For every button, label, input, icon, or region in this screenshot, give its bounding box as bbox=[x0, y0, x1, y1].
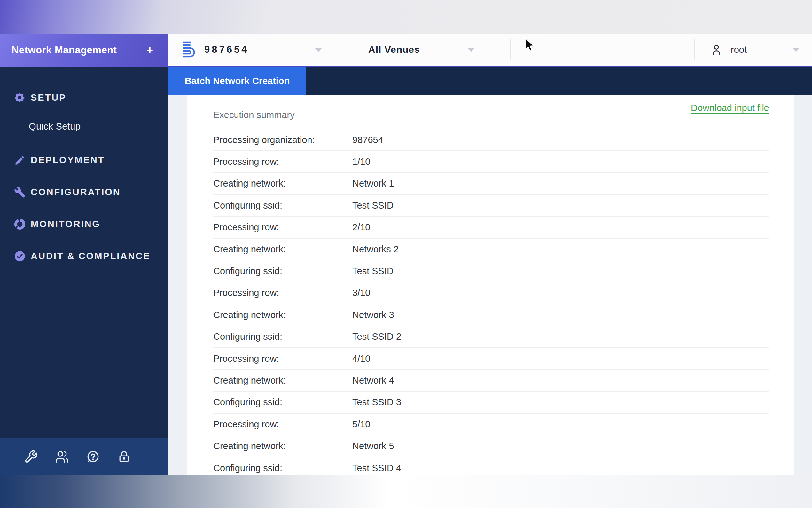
sidebar: Network Management + SETUP bbox=[0, 34, 169, 475]
row-value: 3/10 bbox=[352, 288, 370, 298]
summary-row: Configuring ssid: Test SSID bbox=[213, 260, 769, 282]
chevron-down-icon[interactable] bbox=[468, 48, 475, 52]
summary-row: Configuring ssid: Test SSID 2 bbox=[213, 326, 769, 348]
chevron-down-icon[interactable] bbox=[793, 48, 800, 52]
chevron-down-icon[interactable] bbox=[315, 48, 322, 52]
tab-label: Batch Network Creation bbox=[185, 76, 290, 86]
tab-batch-network-creation[interactable]: Batch Network Creation bbox=[169, 67, 306, 95]
row-value: 5/10 bbox=[352, 419, 370, 430]
row-value: 2/10 bbox=[352, 222, 370, 232]
summary-row: Creating network: Network 5 bbox=[213, 435, 769, 457]
check-circle-icon bbox=[13, 250, 26, 263]
row-value: Test SSID bbox=[352, 200, 393, 211]
row-label: Processing row: bbox=[213, 353, 352, 364]
row-label: Processing row: bbox=[213, 157, 352, 167]
row-label: Configuring ssid: bbox=[213, 331, 352, 342]
person-icon bbox=[709, 43, 723, 57]
row-label: Creating network: bbox=[213, 178, 352, 189]
sidebar-item-label: Quick Setup bbox=[29, 121, 81, 132]
sidebar-item-deployment[interactable]: DEPLOYMENT bbox=[0, 144, 169, 176]
summary-row: Configuring ssid: Test SSID 4 bbox=[213, 458, 769, 479]
summary-row: Processing row: 1/10 bbox=[213, 151, 769, 173]
sidebar-item-audit-compliance[interactable]: AUDIT & COMPLIANCE bbox=[0, 240, 169, 272]
row-value: Network 1 bbox=[352, 178, 394, 189]
user-menu[interactable]: root bbox=[731, 34, 747, 66]
user-name: root bbox=[731, 44, 747, 55]
row-value: Test SSID 4 bbox=[352, 463, 401, 473]
row-label: Processing row: bbox=[213, 419, 352, 430]
summary-row: Processing row: 2/10 bbox=[213, 217, 769, 239]
gear-icon bbox=[13, 91, 26, 104]
row-value: 4/10 bbox=[352, 353, 370, 364]
sidebar-item-setup[interactable]: SETUP bbox=[0, 83, 169, 112]
topbar: 987654 All Venues root bbox=[169, 34, 812, 66]
row-value: Test SSID bbox=[352, 266, 393, 277]
row-label: Configuring ssid: bbox=[213, 463, 352, 473]
background-gradient-top bbox=[0, 0, 812, 34]
users-icon[interactable] bbox=[55, 450, 69, 464]
panel-heading: Execution summary bbox=[213, 110, 295, 120]
sidebar-item-configuration[interactable]: CONFIGURATION bbox=[0, 176, 169, 208]
sidebar-item-label: DEPLOYMENT bbox=[31, 155, 104, 165]
summary-row: Configuring ssid: Test SSID 3 bbox=[213, 392, 769, 414]
sidebar-footer bbox=[0, 438, 169, 475]
summary-rows: Processing organization: 987654 Processi… bbox=[213, 129, 769, 479]
sidebar-nav: SETUP Quick Setup DEPLOYMENT bbox=[0, 67, 169, 438]
summary-row: Processing row: 4/10 bbox=[213, 348, 769, 370]
sidebar-item-label: SETUP bbox=[31, 92, 66, 103]
screen: Network Management + SETUP bbox=[0, 0, 812, 508]
row-label: Configuring ssid: bbox=[213, 266, 352, 277]
donut-chart-icon bbox=[13, 218, 26, 230]
divider bbox=[338, 39, 338, 60]
row-value: Network 5 bbox=[352, 441, 394, 451]
app-window: Network Management + SETUP bbox=[0, 34, 812, 475]
summary-row: Creating network: Network 4 bbox=[213, 370, 769, 391]
content-area: Execution summary Download input file Pr… bbox=[169, 95, 812, 475]
row-label: Creating network: bbox=[213, 375, 352, 386]
summary-row: Processing organization: 987654 bbox=[213, 129, 769, 151]
org-selector[interactable]: 987654 bbox=[204, 34, 249, 66]
row-label: Processing organization: bbox=[213, 135, 352, 145]
add-button[interactable]: + bbox=[146, 44, 157, 56]
summary-row: Configuring ssid: Test SSID bbox=[213, 195, 769, 217]
setup-group: SETUP Quick Setup bbox=[0, 67, 169, 144]
sidebar-item-monitoring[interactable]: MONITORING bbox=[0, 208, 169, 240]
row-label: Creating network: bbox=[213, 441, 352, 451]
sidebar-item-label: CONFIGURATION bbox=[31, 187, 121, 197]
background-gradient-bottom bbox=[0, 475, 812, 508]
app-title: Network Management bbox=[11, 44, 146, 56]
tab-bar: Batch Network Creation bbox=[169, 67, 812, 95]
mouse-cursor bbox=[524, 38, 535, 52]
sidebar-item-label: MONITORING bbox=[31, 219, 100, 229]
brand-logo-icon bbox=[182, 40, 196, 59]
row-label: Processing row: bbox=[213, 288, 352, 298]
row-value: Test SSID 2 bbox=[352, 331, 401, 342]
wrench-icon[interactable] bbox=[23, 450, 38, 464]
row-label: Creating network: bbox=[213, 244, 352, 255]
divider bbox=[694, 39, 695, 60]
pencil-icon bbox=[13, 154, 26, 167]
lock-icon[interactable] bbox=[117, 450, 131, 464]
row-label: Configuring ssid: bbox=[213, 397, 352, 408]
summary-row: Creating network: Network 1 bbox=[213, 173, 769, 195]
sidebar-item-quick-setup[interactable]: Quick Setup bbox=[0, 112, 169, 141]
row-label: Configuring ssid: bbox=[213, 200, 352, 211]
summary-row: Processing row: 3/10 bbox=[213, 283, 769, 304]
row-value: Network 3 bbox=[352, 310, 394, 320]
org-selector-value: 987654 bbox=[204, 44, 249, 55]
sidebar-header: Network Management + bbox=[0, 34, 169, 67]
row-value: Network 4 bbox=[352, 375, 394, 386]
wrench-icon bbox=[13, 186, 26, 199]
help-icon[interactable] bbox=[86, 450, 100, 464]
row-label: Processing row: bbox=[213, 222, 352, 232]
execution-summary-panel: Execution summary Download input file Pr… bbox=[187, 95, 794, 475]
row-value: 1/10 bbox=[352, 157, 370, 167]
venue-selector[interactable]: All Venues bbox=[368, 34, 420, 66]
summary-row: Creating network: Network 3 bbox=[213, 304, 769, 326]
row-value: Test SSID 3 bbox=[352, 397, 401, 408]
row-label: Creating network: bbox=[213, 310, 352, 320]
row-value: 987654 bbox=[352, 135, 383, 145]
download-input-file-link[interactable]: Download input file bbox=[691, 103, 769, 113]
main-area: 987654 All Venues root bbox=[169, 34, 812, 475]
sidebar-item-label: AUDIT & COMPLIANCE bbox=[31, 251, 151, 261]
